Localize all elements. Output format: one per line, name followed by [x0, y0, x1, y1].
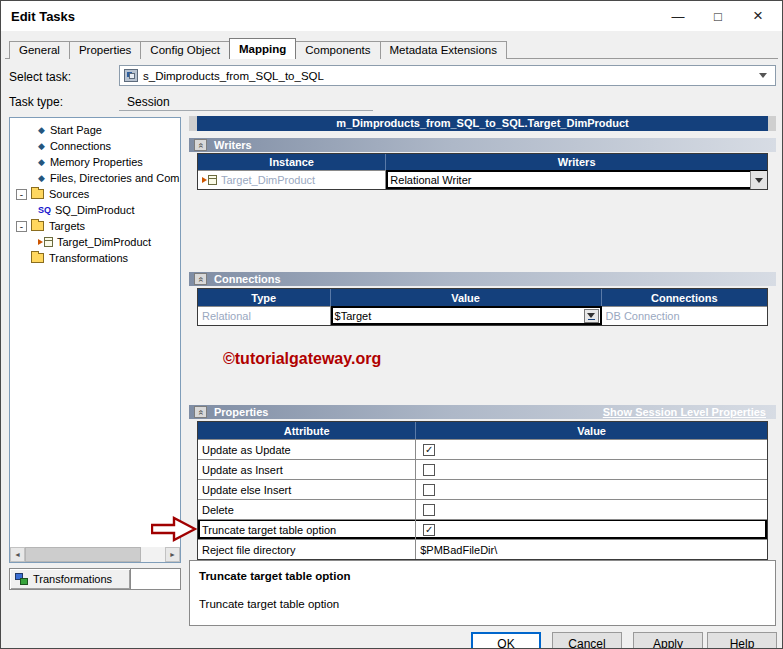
select-task-combo[interactable]: s_Dimproducts_from_SQL_to_SQL [119, 65, 776, 86]
watermark-text: ©tutorialgateway.org [223, 350, 381, 368]
writers-table-header: Instance Writers [198, 154, 767, 170]
column-header-writers: Writers [386, 154, 767, 170]
property-value: ✓ [416, 519, 767, 539]
tree-item-label: Sources [49, 188, 89, 200]
help-button[interactable]: Help [707, 632, 777, 649]
writers-table-row[interactable]: Target_DimProduct Relational Writer [198, 170, 767, 189]
tree-item-target-dimproduct[interactable]: Target_DimProduct [10, 234, 180, 250]
column-header-type: Type [198, 289, 331, 306]
tree-item-targets[interactable]: - Targets [10, 218, 180, 234]
ok-button[interactable]: OK [471, 632, 541, 649]
annotation-arrow-icon [151, 516, 197, 542]
tab-components[interactable]: Components [295, 41, 380, 59]
property-row-update-as-update[interactable]: Update as Update ✓ [198, 439, 767, 459]
arrow-down-icon [587, 313, 595, 318]
connection-type-value: Relational [202, 310, 251, 322]
tree-item-connections[interactable]: ◆ Connections [10, 138, 180, 154]
transformations-button[interactable]: Transformations [9, 568, 131, 590]
apply-button[interactable]: Apply [633, 632, 703, 649]
collapse-properties-button[interactable]: « [194, 406, 207, 418]
column-header-attribute: Attribute [198, 422, 416, 439]
collapse-writers-button[interactable]: « [194, 139, 207, 151]
collapse-connections-button[interactable]: « [194, 273, 207, 285]
property-value: ✓ [416, 439, 767, 459]
tab-general[interactable]: General [9, 41, 70, 59]
tree-item-sources[interactable]: - Sources [10, 186, 180, 202]
source-qualifier-icon: SQ [38, 205, 51, 215]
cancel-button[interactable]: Cancel [552, 632, 622, 649]
tree-item-label: Target_DimProduct [57, 236, 151, 248]
connection-name-cell: DB Connection [602, 306, 767, 325]
bar-icon [588, 319, 595, 320]
task-type-underline [119, 110, 373, 111]
chevron-down-icon[interactable] [759, 73, 767, 78]
checkbox[interactable]: ✓ [423, 444, 435, 456]
connection-value-cell[interactable]: $Target [331, 306, 602, 325]
tree-item-start-page[interactable]: ◆ Start Page [10, 122, 180, 138]
tab-config-object[interactable]: Config Object [140, 41, 230, 59]
tab-metadata-extensions[interactable]: Metadata Extensions [380, 41, 507, 59]
maximize-button[interactable]: □ [698, 1, 738, 31]
close-button[interactable]: × [738, 1, 778, 31]
property-row-reject-file-directory[interactable]: Reject file directory $PMBadFileDir\ [198, 539, 767, 559]
checkbox[interactable]: ✓ [423, 524, 435, 536]
property-row-update-else-insert[interactable]: Update else Insert [198, 479, 767, 499]
tree-item-transformations[interactable]: Transformations [10, 250, 180, 266]
column-header-value: Value [416, 422, 767, 439]
collapse-expander-icon[interactable]: - [16, 189, 27, 200]
connections-table-row[interactable]: Relational $Target DB Connection [198, 306, 767, 325]
session-task-icon [124, 69, 138, 82]
checkbox[interactable] [423, 484, 435, 496]
edit-tasks-dialog: { "window": { "title": "Edit Tasks" }, "… [0, 0, 783, 649]
tab-properties[interactable]: Properties [69, 41, 141, 59]
property-description-text: Truncate target table option [199, 598, 766, 610]
dropdown-arrow-button[interactable] [750, 171, 767, 189]
window-title: Edit Tasks [1, 9, 75, 24]
show-session-level-properties-link[interactable]: Show Session Level Properties [603, 406, 766, 418]
writer-type-dropdown[interactable]: Relational Writer [386, 170, 767, 189]
reject-file-directory-value: $PMBadFileDir\ [420, 544, 497, 556]
properties-section-title: Properties [214, 406, 268, 418]
mapping-title-bar: m_Dimproducts_from_SQL_to_SQL.Target_Dim… [189, 116, 776, 131]
tree-item-files-directories[interactable]: ◆ Files, Directories and Com [10, 170, 180, 186]
collapse-expander-icon[interactable]: - [16, 221, 27, 232]
minimize-button[interactable]: — [658, 1, 698, 31]
property-attribute: Truncate target table option [198, 519, 416, 539]
folder-icon [31, 253, 44, 263]
property-value [416, 459, 767, 479]
target-table-icon [38, 236, 53, 248]
scroll-right-icon[interactable]: ► [165, 547, 180, 562]
mapping-tree-panel: ◆ Start Page ◆ Connections ◆ Memory Prop… [9, 117, 181, 563]
checkbox[interactable] [423, 464, 435, 476]
scrollbar-track[interactable] [141, 547, 165, 562]
window-controls: — □ × [658, 1, 778, 31]
connection-type-cell: Relational [198, 306, 331, 325]
transformations-button-label: Transformations [33, 573, 112, 585]
property-row-update-as-insert[interactable]: Update as Insert [198, 459, 767, 479]
checkbox[interactable] [423, 504, 435, 516]
property-description-panel: Truncate target table option Truncate ta… [189, 560, 776, 626]
tree-item-label: SQ_DimProduct [55, 204, 134, 216]
tree-item-memory-properties[interactable]: ◆ Memory Properties [10, 154, 180, 170]
target-table-icon [202, 174, 217, 186]
column-header-value: Value [331, 289, 602, 306]
tree-horizontal-scrollbar[interactable]: ◄ ► [10, 547, 180, 562]
collapse-icon: « [196, 276, 205, 281]
connections-section-title: Connections [214, 273, 281, 285]
dropdown-arrow-icon [755, 178, 763, 183]
scrollbar-thumb[interactable] [25, 547, 141, 562]
select-task-value: s_Dimproducts_from_SQL_to_SQL [143, 70, 324, 82]
tree-item-label: Connections [50, 140, 111, 152]
property-attribute: Update as Insert [198, 459, 416, 479]
open-value-button[interactable] [584, 309, 599, 323]
folder-icon [31, 221, 44, 231]
diamond-icon: ◆ [38, 173, 45, 183]
scroll-left-icon[interactable]: ◄ [10, 547, 25, 562]
tab-mapping[interactable]: Mapping [229, 38, 296, 59]
properties-section-bar: « Properties Show Session Level Properti… [189, 405, 776, 419]
task-type-label: Task type: [9, 95, 63, 109]
property-row-delete[interactable]: Delete [198, 499, 767, 519]
writer-instance-value: Target_DimProduct [221, 174, 315, 186]
tree-item-sq-dimproduct[interactable]: SQ SQ_DimProduct [10, 202, 180, 218]
property-row-truncate-target-table-option[interactable]: Truncate target table option ✓ [198, 519, 767, 539]
